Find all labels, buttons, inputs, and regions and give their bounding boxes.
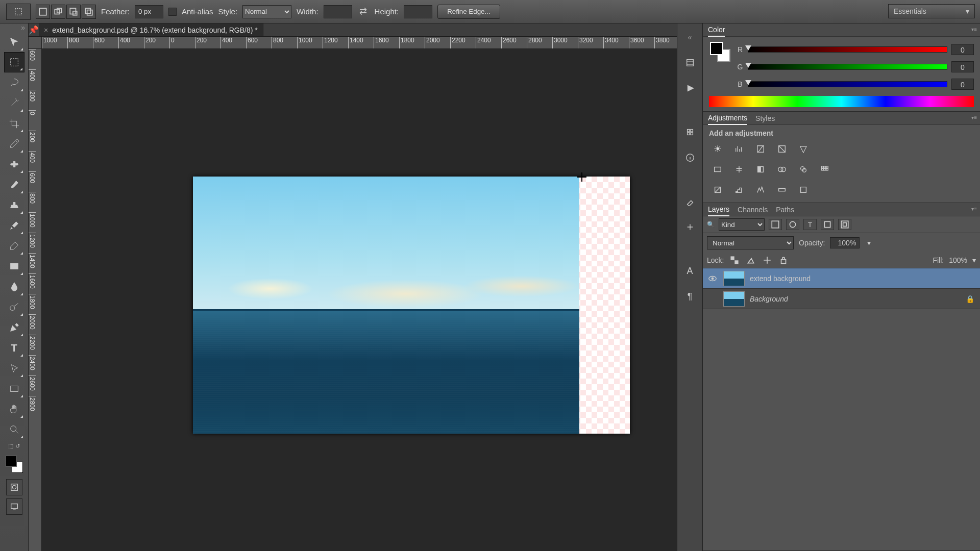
pen-tool-icon[interactable]: [4, 317, 24, 338]
gradient-map-adjustment-icon[interactable]: [773, 181, 791, 198]
b-slider[interactable]: [748, 81, 947, 87]
g-slider[interactable]: [748, 64, 947, 70]
style-select[interactable]: Normal: [242, 5, 291, 18]
opacity-dropdown-icon[interactable]: ▾: [865, 239, 873, 247]
default-colors-icon[interactable]: ⬚: [8, 443, 13, 449]
filter-kind-select[interactable]: Kind: [719, 218, 765, 231]
layer-lock-icon[interactable]: 🔒: [966, 295, 976, 303]
layer-name[interactable]: Background: [750, 295, 961, 303]
canvas-area[interactable]: [42, 49, 677, 551]
posterize-adjustment-icon[interactable]: [730, 181, 748, 198]
vertical-ruler[interactable]: 6004002000200400600800100012001400160018…: [29, 49, 42, 551]
r-value[interactable]: 0: [951, 44, 974, 55]
blend-mode-select[interactable]: Normal: [707, 236, 794, 249]
panel-menu-icon[interactable]: ▾≡: [971, 115, 977, 120]
blur-tool-icon[interactable]: [4, 277, 24, 297]
swap-colors-icon[interactable]: ↺: [15, 443, 20, 449]
g-value[interactable]: 0: [951, 61, 974, 72]
layer-row[interactable]: extend background: [703, 268, 980, 289]
history-panel-icon[interactable]: [681, 54, 699, 71]
curves-adjustment-icon[interactable]: [752, 140, 769, 158]
b-value[interactable]: 0: [951, 79, 974, 90]
layer-name[interactable]: extend background: [750, 274, 961, 283]
color-balance-adjustment-icon[interactable]: [730, 161, 748, 178]
filter-smart-icon[interactable]: [838, 219, 851, 230]
marquee-tool-icon[interactable]: [4, 52, 24, 72]
height-input[interactable]: [404, 5, 432, 18]
layer-thumbnail[interactable]: [723, 291, 745, 307]
quick-mask-icon[interactable]: [6, 479, 22, 495]
selection-intersect-icon[interactable]: [82, 5, 96, 19]
layers-tab[interactable]: Layers: [708, 203, 729, 216]
styles-tab[interactable]: Styles: [755, 112, 775, 124]
character-panel-icon[interactable]: A: [681, 262, 699, 280]
photo-filter-adjustment-icon[interactable]: [773, 161, 791, 178]
filter-type-icon[interactable]: T: [803, 219, 817, 230]
color-lookup-adjustment-icon[interactable]: [816, 161, 834, 178]
document-canvas[interactable]: [193, 177, 630, 434]
screen-mode-icon[interactable]: [6, 498, 22, 515]
vibrance-adjustment-icon[interactable]: ▽: [795, 140, 812, 158]
levels-adjustment-icon[interactable]: [730, 140, 748, 158]
hue-sat-adjustment-icon[interactable]: [709, 161, 726, 178]
collapse-arrow-icon[interactable]: «: [681, 29, 699, 46]
selection-new-icon[interactable]: [36, 5, 50, 19]
history-brush-tool-icon[interactable]: [4, 215, 24, 236]
visibility-toggle-icon[interactable]: [707, 273, 718, 284]
panel-menu-icon[interactable]: ▾≡: [971, 27, 977, 32]
refine-edge-button[interactable]: Refine Edge...: [437, 5, 500, 19]
color-swatches[interactable]: [4, 454, 25, 475]
color-spectrum[interactable]: [709, 96, 974, 107]
fill-value[interactable]: 100%: [949, 256, 967, 264]
channels-tab[interactable]: Channels: [738, 204, 768, 216]
selective-color-adjustment-icon[interactable]: [795, 181, 812, 198]
brightness-adjustment-icon[interactable]: ☀: [709, 140, 726, 158]
ruler-origin[interactable]: [29, 37, 42, 49]
paths-tab[interactable]: Paths: [776, 204, 794, 216]
close-tab-icon[interactable]: ×: [44, 26, 48, 34]
filter-pixel-icon[interactable]: [769, 219, 782, 230]
threshold-adjustment-icon[interactable]: [752, 181, 769, 198]
bw-adjustment-icon[interactable]: [752, 161, 769, 178]
filter-adjustment-icon[interactable]: [786, 219, 799, 230]
lasso-tool-icon[interactable]: [4, 72, 24, 93]
brush-panel-icon[interactable]: [681, 193, 699, 210]
clone-source-panel-icon[interactable]: [681, 218, 699, 236]
exposure-adjustment-icon[interactable]: [773, 140, 791, 158]
move-tool-icon[interactable]: [4, 32, 24, 52]
opacity-value[interactable]: 100%: [830, 237, 860, 248]
lock-all-icon[interactable]: [778, 255, 789, 266]
fill-dropdown-icon[interactable]: ▾: [972, 256, 976, 264]
crop-tool-icon[interactable]: [4, 113, 24, 134]
properties-panel-icon[interactable]: [681, 123, 699, 141]
swap-dimensions-icon[interactable]: ⇄: [357, 6, 370, 18]
color-tab[interactable]: Color: [708, 23, 725, 37]
layer-thumbnail[interactable]: [723, 271, 745, 286]
eyedropper-tool-icon[interactable]: [4, 134, 24, 154]
lock-image-icon[interactable]: [745, 255, 756, 266]
magic-wand-tool-icon[interactable]: [4, 93, 24, 113]
tool-preset-picker[interactable]: [6, 4, 31, 20]
r-slider[interactable]: [748, 46, 947, 53]
width-input[interactable]: [324, 5, 352, 18]
channel-mixer-adjustment-icon[interactable]: [795, 161, 812, 178]
clone-stamp-tool-icon[interactable]: [4, 195, 24, 215]
brush-tool-icon[interactable]: [4, 174, 24, 195]
foreground-color-swatch[interactable]: [6, 456, 17, 467]
lock-transparency-icon[interactable]: [729, 255, 740, 266]
rectangle-tool-icon[interactable]: [4, 379, 24, 399]
hand-tool-icon[interactable]: [4, 399, 24, 419]
actions-panel-icon[interactable]: [681, 80, 699, 97]
visibility-toggle-icon[interactable]: [707, 293, 718, 305]
type-tool-icon[interactable]: T: [4, 338, 24, 358]
anti-alias-checkbox[interactable]: [168, 8, 177, 16]
zoom-tool-icon[interactable]: [4, 419, 24, 440]
filter-shape-icon[interactable]: [821, 219, 834, 230]
healing-brush-tool-icon[interactable]: [4, 154, 24, 174]
eraser-tool-icon[interactable]: [4, 236, 24, 256]
dodge-tool-icon[interactable]: [4, 297, 24, 317]
feather-input[interactable]: [135, 5, 163, 18]
tab-pin-icon[interactable]: 📌: [29, 25, 39, 35]
fg-swatch[interactable]: [710, 42, 723, 55]
info-panel-icon[interactable]: [681, 149, 699, 166]
